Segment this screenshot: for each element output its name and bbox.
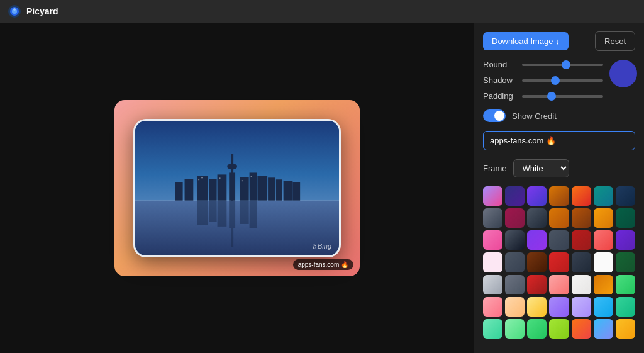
svg-rect-31: [218, 200, 227, 226]
color-swatch[interactable]: [616, 275, 635, 294]
svg-rect-26: [251, 176, 252, 177]
frame-row: Frame None White Black Shadow: [483, 159, 635, 177]
color-swatch[interactable]: [594, 230, 613, 250]
color-swatch[interactable]: [483, 297, 502, 317]
svg-rect-24: [219, 177, 221, 179]
svg-rect-32: [240, 200, 249, 223]
color-swatch[interactable]: [527, 252, 547, 272]
color-swatch[interactable]: [594, 186, 613, 206]
svg-point-9: [227, 163, 237, 169]
color-swatch[interactable]: [527, 186, 547, 206]
color-swatch[interactable]: [527, 319, 547, 339]
show-credit-row: Show Credit: [483, 109, 635, 122]
color-swatch[interactable]: [505, 208, 525, 228]
color-swatch[interactable]: [572, 208, 591, 228]
color-swatch[interactable]: [483, 275, 502, 294]
frame-label: Frame: [483, 164, 507, 173]
color-swatch[interactable]: [572, 297, 591, 317]
color-swatch[interactable]: [505, 297, 525, 317]
svg-rect-20: [284, 181, 293, 200]
download-button[interactable]: Download Image ↓: [483, 32, 569, 50]
color-swatch[interactable]: [549, 230, 569, 250]
color-swatch[interactable]: [527, 297, 547, 317]
color-swatch[interactable]: [483, 186, 502, 206]
color-swatch[interactable]: [549, 297, 569, 317]
color-swatch[interactable]: [527, 275, 547, 294]
color-swatch[interactable]: [572, 230, 591, 250]
shadow-row: Shadow: [483, 76, 603, 85]
svg-rect-8: [229, 172, 235, 200]
color-swatch[interactable]: [594, 297, 613, 317]
download-label: Download Image ↓: [492, 36, 560, 46]
show-credit-toggle[interactable]: [483, 109, 506, 122]
color-swatch[interactable]: [483, 230, 502, 250]
color-swatch[interactable]: [505, 319, 525, 339]
app-title: Picyard: [26, 6, 58, 16]
color-swatch[interactable]: [483, 252, 502, 272]
padding-slider[interactable]: [522, 95, 603, 98]
color-swatch[interactable]: [616, 297, 635, 317]
round-slider[interactable]: [522, 64, 603, 66]
svg-rect-11: [209, 179, 217, 200]
show-credit-label: Show Credit: [512, 111, 557, 121]
skyline-svg: [135, 121, 339, 255]
color-swatch[interactable]: [549, 186, 569, 206]
color-swatch[interactable]: [594, 275, 613, 294]
credit-input[interactable]: [483, 131, 635, 150]
sliders: Round Shadow Padding: [483, 60, 603, 101]
sidebar: Download Image ↓ Reset Round Shadow Padd…: [474, 23, 644, 353]
color-swatch[interactable]: [594, 208, 613, 228]
color-swatch[interactable]: [572, 275, 591, 294]
svg-rect-29: [197, 200, 208, 225]
svg-rect-17: [185, 179, 194, 200]
round-row: Round: [483, 60, 603, 69]
titlebar: Picyard: [0, 0, 644, 23]
color-swatch[interactable]: [505, 275, 525, 294]
color-circle[interactable]: [609, 60, 637, 87]
color-swatch[interactable]: [594, 252, 613, 272]
padding-row: Padding: [483, 91, 603, 101]
svg-rect-14: [250, 172, 257, 200]
color-swatch[interactable]: [549, 319, 569, 339]
svg-rect-21: [292, 182, 300, 200]
color-swatch[interactable]: [616, 319, 635, 339]
bing-watermark: ᵬ Bing: [313, 242, 331, 250]
color-swatch[interactable]: [483, 319, 502, 339]
svg-rect-22: [198, 179, 199, 180]
canvas-area: ᵬ Bing apps-fans.com 🔥: [0, 23, 474, 353]
main-layout: ᵬ Bing apps-fans.com 🔥 Download Image ↓ …: [0, 23, 644, 353]
app-icon: [8, 4, 21, 18]
color-swatch[interactable]: [594, 319, 613, 339]
color-swatch[interactable]: [616, 230, 635, 250]
svg-rect-15: [257, 176, 267, 200]
color-swatch[interactable]: [616, 252, 635, 272]
svg-rect-19: [175, 182, 183, 200]
top-buttons: Download Image ↓ Reset: [483, 31, 635, 51]
reset-button[interactable]: Reset: [595, 31, 635, 51]
shadow-slider[interactable]: [522, 79, 603, 82]
image-inner: ᵬ Bing: [133, 119, 341, 257]
color-grid: [483, 186, 635, 339]
color-swatch[interactable]: [549, 208, 569, 228]
color-swatch[interactable]: [505, 252, 525, 272]
color-swatch[interactable]: [505, 186, 525, 206]
canvas-credit-badge: apps-fans.com 🔥: [293, 259, 353, 270]
svg-rect-28: [229, 200, 235, 228]
color-swatch[interactable]: [549, 252, 569, 272]
frame-select[interactable]: None White Black Shadow: [513, 159, 569, 177]
svg-rect-5: [135, 200, 339, 255]
color-swatch[interactable]: [527, 208, 547, 228]
color-swatch[interactable]: [616, 186, 635, 206]
color-swatch[interactable]: [483, 208, 502, 228]
reset-label: Reset: [604, 36, 626, 46]
padding-label: Padding: [483, 91, 516, 101]
color-swatch[interactable]: [572, 252, 591, 272]
svg-rect-25: [242, 180, 243, 181]
color-swatch[interactable]: [572, 186, 591, 206]
color-swatch[interactable]: [549, 275, 569, 294]
color-swatch[interactable]: [505, 230, 525, 250]
color-swatch[interactable]: [572, 319, 591, 339]
color-swatch[interactable]: [616, 208, 635, 228]
color-swatch[interactable]: [527, 230, 547, 250]
svg-rect-16: [268, 177, 275, 200]
